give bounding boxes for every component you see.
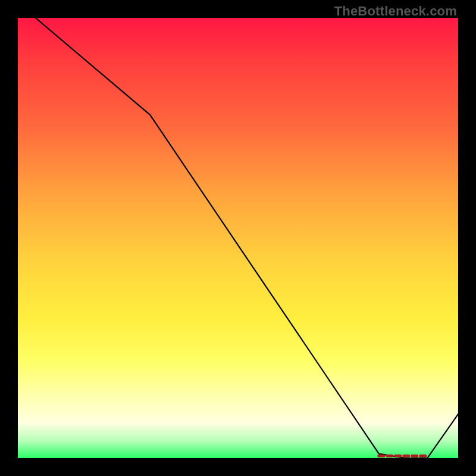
- chart-container: TheBottleneck.com: [0, 0, 476, 476]
- attribution-text: TheBottleneck.com: [334, 4, 457, 19]
- curve-line: [36, 18, 458, 458]
- chart-svg: [18, 18, 458, 458]
- plot-area: [18, 18, 458, 458]
